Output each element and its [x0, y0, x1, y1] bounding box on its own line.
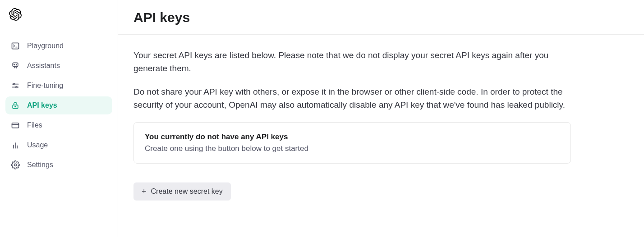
description-paragraph-2: Do not share your API key with others, o… [133, 86, 571, 111]
nav-list: Playground Assistants Fine-tuning API ke… [5, 37, 112, 174]
plus-icon: + [142, 187, 147, 196]
terminal-icon [11, 41, 20, 50]
folder-icon [11, 121, 20, 130]
svg-point-3 [16, 64, 17, 65]
gear-icon [11, 160, 20, 169]
svg-point-4 [14, 83, 15, 85]
empty-state-subtitle: Create one using the button below to get… [145, 144, 560, 153]
sidebar-item-label: Usage [27, 141, 48, 149]
finetune-icon [11, 81, 20, 90]
svg-point-9 [14, 164, 17, 166]
create-button-label: Create new secret key [151, 187, 223, 196]
page-title: API keys [133, 10, 629, 25]
lock-icon [11, 101, 20, 110]
sidebar-item-label: Settings [27, 161, 53, 169]
sidebar-item-label: Fine-tuning [27, 82, 63, 90]
sidebar-item-label: Assistants [27, 62, 60, 70]
svg-rect-0 [12, 43, 19, 49]
svg-point-5 [16, 87, 17, 88]
sidebar-item-assistants[interactable]: Assistants [5, 57, 112, 75]
svg-point-2 [14, 64, 15, 65]
sidebar-item-playground[interactable]: Playground [5, 37, 112, 55]
create-secret-key-button[interactable]: + Create new secret key [133, 182, 231, 201]
chart-icon [11, 141, 20, 150]
empty-state-title: You currently do not have any API keys [145, 132, 560, 141]
sidebar-item-label: Files [27, 121, 42, 129]
robot-icon [11, 61, 20, 70]
sidebar-item-label: Playground [27, 42, 64, 50]
sidebar-item-fine-tuning[interactable]: Fine-tuning [5, 77, 112, 95]
sidebar-item-usage[interactable]: Usage [5, 136, 112, 154]
divider [118, 34, 644, 35]
svg-rect-8 [12, 123, 19, 128]
empty-state-box: You currently do not have any API keys C… [133, 122, 571, 164]
openai-logo[interactable] [5, 8, 112, 37]
sidebar: Playground Assistants Fine-tuning API ke… [0, 0, 118, 237]
sidebar-item-label: API keys [27, 101, 57, 109]
main-content: API keys Your secret API keys are listed… [118, 0, 644, 237]
sidebar-item-files[interactable]: Files [5, 116, 112, 134]
svg-point-7 [15, 106, 16, 107]
description-paragraph-1: Your secret API keys are listed below. P… [133, 49, 571, 75]
sidebar-item-api-keys[interactable]: API keys [5, 96, 112, 114]
sidebar-item-settings[interactable]: Settings [5, 156, 112, 174]
